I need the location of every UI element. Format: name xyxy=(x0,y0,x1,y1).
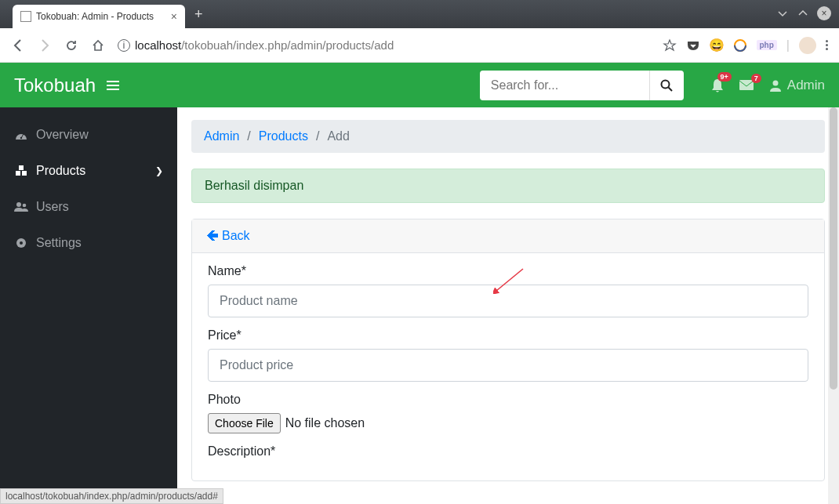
breadcrumb-products[interactable]: Products xyxy=(259,129,308,143)
price-input[interactable] xyxy=(208,349,808,382)
browser-titlebar: Tokobuah: Admin - Products × + × xyxy=(0,0,839,28)
svg-rect-8 xyxy=(22,171,27,176)
users-icon xyxy=(14,201,28,212)
sidebar-item-users[interactable]: Users xyxy=(0,189,177,225)
info-icon[interactable]: i xyxy=(118,39,130,52)
new-tab-button[interactable]: + xyxy=(185,6,212,23)
sidebar: Overview Products ❯ Users Settings xyxy=(0,107,177,504)
form-card: 🡸 Back Name* Price* xyxy=(191,219,825,481)
breadcrumb-sep: / xyxy=(247,129,250,143)
pocket-icon[interactable] xyxy=(686,38,700,53)
browser-tab[interactable]: Tokobuah: Admin - Products × xyxy=(13,5,185,28)
admin-label: Admin xyxy=(787,78,825,93)
back-label: Back xyxy=(222,229,250,243)
menu-toggle-icon[interactable] xyxy=(107,81,119,90)
profile-avatar[interactable] xyxy=(799,37,816,54)
breadcrumb: Admin / Products / Add xyxy=(191,120,825,153)
sidebar-item-label: Users xyxy=(36,200,69,214)
search-input[interactable] xyxy=(480,71,649,100)
php-badge[interactable]: php xyxy=(757,40,777,50)
home-icon[interactable] xyxy=(91,38,105,53)
notifications-badge: 9+ xyxy=(717,72,732,82)
extension-s-icon[interactable] xyxy=(733,38,747,53)
svg-rect-7 xyxy=(16,171,20,176)
svg-point-4 xyxy=(772,80,778,85)
browser-menu-icon[interactable] xyxy=(826,40,828,50)
sidebar-item-products[interactable]: Products ❯ xyxy=(0,153,177,189)
svg-point-2 xyxy=(662,80,670,88)
browser-address-bar: i localhost/tokobuah/index.php/admin/pro… xyxy=(0,28,839,63)
name-label: Name* xyxy=(208,264,808,278)
svg-rect-6 xyxy=(19,165,24,170)
cubes-icon xyxy=(14,165,28,176)
close-tab-icon[interactable]: × xyxy=(171,10,177,23)
back-link[interactable]: 🡸 Back xyxy=(206,229,250,243)
price-label: Price* xyxy=(208,328,808,343)
admin-menu[interactable]: Admin xyxy=(768,78,825,93)
scrollbar[interactable] xyxy=(828,107,839,504)
url-display[interactable]: i localhost/tokobuah/index.php/admin/pro… xyxy=(118,38,650,52)
dashboard-icon xyxy=(14,129,28,140)
svg-rect-3 xyxy=(739,80,754,90)
name-input[interactable] xyxy=(208,285,808,317)
browser-status-bar: localhost/tokobuah/index.php/admin/produ… xyxy=(0,488,223,504)
photo-label: Photo xyxy=(208,393,808,407)
alert-message: Berhasil disimpan xyxy=(205,179,303,192)
url-host: localhost xyxy=(135,38,181,52)
app-topbar: Tokobuah 9+ 7 Admin xyxy=(0,63,839,107)
breadcrumb-current: Add xyxy=(327,129,349,143)
star-icon[interactable] xyxy=(663,38,677,53)
sidebar-item-label: Products xyxy=(36,164,85,178)
description-label: Description* xyxy=(208,444,808,459)
choose-file-button[interactable]: Choose File xyxy=(208,413,281,433)
page-icon xyxy=(20,11,31,22)
url-path: /tokobuah/index.php/admin/products/add xyxy=(181,38,394,52)
brand-title[interactable]: Tokobuah xyxy=(14,74,96,96)
window-maximize-icon[interactable] xyxy=(797,7,809,20)
back-icon[interactable] xyxy=(11,38,25,53)
svg-point-9 xyxy=(16,202,21,207)
chevron-right-icon: ❯ xyxy=(155,165,163,176)
sidebar-item-label: Overview xyxy=(36,128,89,142)
reload-icon[interactable] xyxy=(64,38,78,53)
scrollbar-thumb[interactable] xyxy=(830,107,837,390)
window-close-icon[interactable]: × xyxy=(817,6,831,20)
sidebar-item-settings[interactable]: Settings xyxy=(0,225,177,261)
arrow-left-icon: 🡸 xyxy=(206,229,219,243)
notifications-icon[interactable]: 9+ xyxy=(710,78,725,93)
messages-badge: 7 xyxy=(751,74,761,83)
breadcrumb-admin[interactable]: Admin xyxy=(204,129,239,143)
sidebar-item-overview[interactable]: Overview xyxy=(0,117,177,153)
breadcrumb-sep: / xyxy=(316,129,319,143)
svg-point-12 xyxy=(20,241,23,245)
messages-icon[interactable]: 7 xyxy=(739,79,754,91)
window-minimize-icon[interactable] xyxy=(776,7,789,20)
search-button[interactable] xyxy=(649,71,684,100)
sidebar-item-label: Settings xyxy=(36,236,82,250)
emoji-icon[interactable]: 😄 xyxy=(710,38,724,53)
gear-icon xyxy=(14,237,28,249)
success-alert: Berhasil disimpan xyxy=(191,169,825,203)
forward-icon[interactable] xyxy=(38,38,52,53)
file-status: No file chosen xyxy=(285,416,365,430)
svg-point-10 xyxy=(23,204,27,208)
tab-title: Tokobuah: Admin - Products xyxy=(36,11,166,22)
main-content: Admin / Products / Add Berhasil disimpan… xyxy=(177,107,839,504)
